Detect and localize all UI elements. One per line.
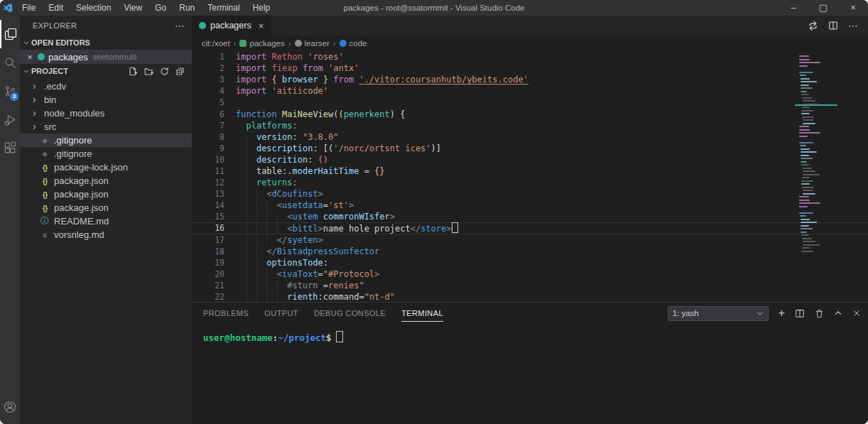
breadcrumb-file-icon [239, 40, 246, 47]
new-file-icon[interactable] [129, 67, 138, 76]
maximize-panel-icon[interactable] [834, 309, 842, 317]
new-terminal-icon[interactable]: + [779, 308, 785, 318]
code-line-12[interactable]: 12 returns: [192, 177, 868, 188]
tab-close-icon[interactable]: × [259, 21, 264, 31]
code-line-16[interactable]: 16 <bittl>name hole project</store> [192, 222, 868, 234]
tree-item-vorsnleg.md[interactable]: ≡vorsnleg.md [20, 228, 192, 241]
minimap[interactable] [799, 55, 828, 254]
activity-source-control[interactable]: 3 [0, 77, 20, 105]
menu-run[interactable]: Run [173, 0, 201, 16]
tree-item-.ecdv[interactable]: ›.ecdv [20, 80, 192, 93]
breadcrumb-code[interactable]: code [340, 39, 367, 48]
json-file-icon: {} [40, 190, 50, 199]
code-line-13[interactable]: 13 <dCoufinst> [192, 188, 868, 200]
code-line-7[interactable]: 7 platforms: [192, 120, 868, 131]
activity-search[interactable] [0, 48, 20, 77]
code-line-22[interactable]: 22 rienth:command="nt-d" [192, 291, 868, 302]
breadcrumb-cit-xoet[interactable]: cit:/xoet [202, 39, 230, 48]
code-line-3[interactable]: 3import { browser } from './vitor:coursa… [192, 74, 868, 85]
code-text: platforms: [236, 121, 298, 131]
terminal-select[interactable]: 1: yash [668, 306, 769, 321]
tree-item-package.json[interactable]: {}package.json [20, 174, 192, 187]
panel-tab-problems[interactable]: PROBLEMS [203, 305, 249, 322]
code-line-18[interactable]: 18 </BistadpressSunfector [192, 246, 868, 257]
new-folder-icon[interactable] [144, 67, 153, 76]
code-line-19[interactable]: 19 optionsTode: [192, 257, 868, 268]
menu-view[interactable]: View [117, 0, 148, 16]
open-editor-packages[interactable]: ×packagesseetommuls [20, 50, 192, 64]
panel-tab-terminal[interactable]: TERMINAL [401, 305, 443, 322]
breadcrumb-learser[interactable]: learser [295, 39, 330, 48]
close-button[interactable]: × [838, 0, 868, 16]
code-line-21[interactable]: 21 #sturn =renies" [192, 280, 868, 291]
activity-run-debug[interactable] [0, 105, 20, 134]
line-number: 16 [192, 223, 236, 233]
open-editors-section[interactable]: OPEN EDITORS [20, 36, 192, 50]
activity-explorer[interactable] [0, 20, 20, 48]
split-terminal-icon[interactable] [795, 308, 805, 318]
code-editor[interactable]: 1import Rethon 'roses'2import fiexp from… [192, 51, 868, 302]
tree-item-src[interactable]: ›src [20, 120, 192, 134]
tree-item-README.md[interactable]: ⓘREADME.md [20, 214, 192, 228]
tab-packagers[interactable]: packagers × [192, 16, 271, 36]
activity-bar: 3 [0, 16, 20, 424]
code-line-2[interactable]: 2import fiexp from 'antx' [192, 62, 868, 74]
tree-item-.gitignore[interactable]: ◈.gitignore [20, 134, 192, 147]
open-editor-label: packages [48, 52, 88, 62]
tree-item-package.json[interactable]: {}package.json [20, 187, 192, 201]
line-number: 21 [192, 281, 236, 290]
code-line-14[interactable]: 14 <usetdata='st'> [192, 200, 868, 211]
explorer-more-actions-icon[interactable]: ⋯ [175, 20, 185, 31]
code-line-5[interactable]: 5 [192, 97, 868, 108]
menu-help[interactable]: Help [246, 0, 277, 16]
menu-file[interactable]: File [16, 0, 42, 16]
terminal-output[interactable]: user@hostname:~/project$ [192, 324, 868, 343]
tree-item-bin[interactable]: ›bin [20, 93, 192, 107]
code-line-10[interactable]: 10 descrition: () [192, 154, 868, 165]
refresh-icon[interactable] [160, 67, 169, 76]
title-bar: FileEditSelectionViewGoRunTerminalHelp p… [0, 0, 868, 16]
code-line-11[interactable]: 11 table:.moderHaitTime = {} [192, 165, 868, 177]
breadcrumb-label: code [349, 39, 367, 48]
line-number: 5 [192, 97, 236, 107]
code-line-20[interactable]: 20 <ivaToxt="#Protocol> [192, 268, 868, 280]
tree-item-package.json[interactable]: {}package.json [20, 201, 192, 214]
tree-item-label: src [44, 121, 56, 132]
kill-terminal-icon[interactable] [815, 309, 824, 318]
split-editor-icon[interactable] [828, 21, 838, 31]
explorer-title: EXPLORER [33, 21, 77, 30]
code-line-1[interactable]: 1import Rethon 'roses' [192, 51, 868, 62]
more-actions-icon[interactable]: ⋯ [848, 19, 858, 32]
code-line-4[interactable]: 4import 'aitiicode' [192, 85, 868, 97]
breadcrumb-packages[interactable]: packages [239, 39, 284, 48]
tree-item-label: package.json [54, 189, 109, 200]
tree-item-package-lock.json[interactable]: {}package-lock.json [20, 161, 192, 174]
panel-tab-debug-console[interactable]: DEBUG CONSOLE [314, 305, 386, 322]
git-file-icon: ◈ [40, 150, 50, 158]
close-panel-icon[interactable] [852, 309, 861, 317]
tree-item-node_modules[interactable]: ›node_modules [20, 107, 192, 120]
code-text: table:.moderHaitTime = {} [236, 166, 385, 176]
panel-tab-output[interactable]: OUTPUT [264, 305, 298, 322]
collapse-all-icon[interactable] [175, 67, 185, 76]
code-line-9[interactable]: 9 description: [('/norc/ortsnt ices')] [192, 143, 868, 154]
project-section[interactable]: PROJECT [20, 64, 192, 78]
menu-edit[interactable]: Edit [42, 0, 70, 16]
code-line-6[interactable]: 6function MaiNeeView((penerkent) { [192, 108, 868, 119]
maximize-button[interactable]: ▢ [808, 0, 838, 16]
activity-extensions[interactable] [0, 134, 20, 162]
menu-selection[interactable]: Selection [70, 0, 117, 16]
compare-icon[interactable] [808, 21, 818, 31]
tree-item-.gitignore[interactable]: ◈.gitignore [20, 147, 192, 161]
code-line-8[interactable]: 8 version: "3.8.0" [192, 131, 868, 143]
menu-go[interactable]: Go [148, 0, 173, 16]
activity-account[interactable] [0, 393, 20, 421]
code-line-15[interactable]: 15 <ustem commronWIsfer> [192, 211, 868, 222]
window-controls: –▢× [779, 0, 868, 16]
menu-terminal[interactable]: Terminal [201, 0, 246, 16]
line-number: 7 [192, 121, 236, 131]
chevron-right-icon: › [33, 120, 40, 134]
code-line-17[interactable]: 17 </syeten> [192, 234, 868, 246]
minimize-button[interactable]: – [779, 0, 808, 16]
close-editor-icon[interactable]: × [26, 52, 34, 62]
